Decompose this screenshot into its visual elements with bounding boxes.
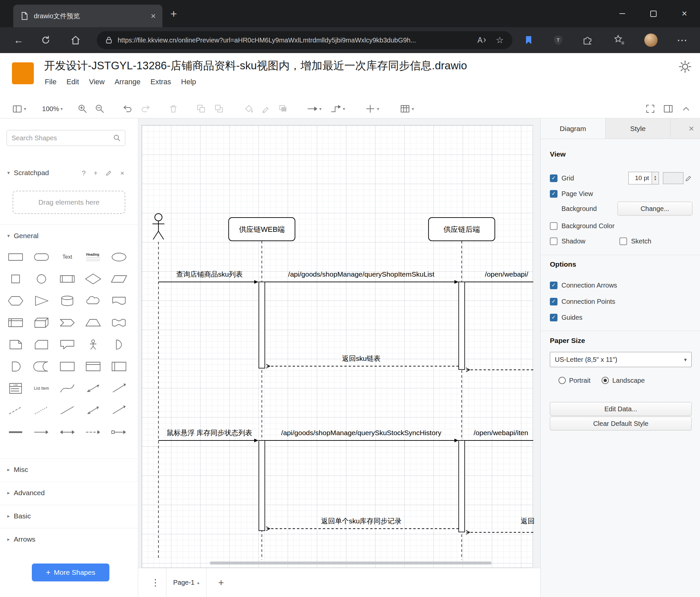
activation-backend-2[interactable]	[459, 440, 465, 532]
lifeline-backend-label[interactable]: 供应链后端	[444, 225, 480, 234]
zoom-out-button[interactable]	[95, 103, 105, 114]
shape-actor[interactable]	[80, 334, 106, 356]
add-page-button[interactable]: +	[213, 568, 229, 597]
shape-bidirectional-arrow[interactable]	[80, 378, 106, 399]
shape-text[interactable]: Text	[54, 246, 80, 268]
change-background-button[interactable]: Change...	[618, 202, 692, 216]
browser-tab[interactable]: drawio文件预览 ×	[13, 5, 162, 27]
horizontal-scrollbar[interactable]	[210, 562, 492, 565]
shape-rounded-rectangle[interactable]	[28, 246, 54, 268]
scratchpad-close-icon[interactable]: ×	[120, 169, 124, 176]
scratchpad-edit-icon[interactable]	[106, 169, 112, 176]
guides-checkbox[interactable]: ✓	[550, 314, 557, 321]
insert-button[interactable]: ▾	[365, 103, 379, 114]
shape-document[interactable]	[106, 290, 132, 312]
page-tab[interactable]: Page-1 ▴	[166, 568, 206, 597]
label-open-webapi-2[interactable]: /open/webapi/iten	[474, 429, 528, 436]
delete-button[interactable]	[168, 103, 179, 114]
shape-trapezoid[interactable]	[80, 312, 106, 334]
grid-color-swatch[interactable]	[663, 172, 683, 184]
shape-arrow-right[interactable]	[28, 421, 54, 443]
grid-size-spinner[interactable]: ▲▼	[652, 172, 659, 184]
shape-note[interactable]	[3, 334, 28, 356]
format-panel-close-icon[interactable]: ×	[689, 123, 694, 134]
format-panel-toggle-button[interactable]	[663, 103, 674, 114]
shape-bidirectional-connector[interactable]	[80, 399, 106, 421]
search-icon[interactable]	[113, 134, 121, 142]
to-back-button[interactable]	[214, 103, 224, 114]
back-button[interactable]: ←	[9, 27, 28, 53]
actor[interactable]	[152, 214, 165, 239]
tab-diagram[interactable]: Diagram	[541, 118, 605, 139]
grid-size-input[interactable]	[628, 172, 652, 184]
shape-arrow[interactable]	[106, 378, 132, 399]
view-panels-button[interactable]: ▾	[12, 103, 26, 114]
scratchpad-header[interactable]: ▾ Scratchpad ? + ×	[0, 165, 138, 181]
shape-circle[interactable]	[28, 268, 54, 290]
paper-size-select[interactable]: US-Letter (8,5" x 11") ▾	[550, 352, 692, 367]
portrait-radio[interactable]	[558, 377, 566, 384]
label-api-query-shop-item-sku-list[interactable]: /api/goods/shopManage/queryShopItemSkuLi…	[288, 270, 434, 278]
browser-menu-button[interactable]: ⋯	[673, 27, 691, 53]
favorites-hub-icon[interactable]	[614, 34, 625, 46]
read-aloud-icon[interactable]: A	[477, 36, 486, 45]
label-query-sku-list[interactable]: 查询店铺商品sku列表	[176, 270, 243, 278]
shape-callout[interactable]	[54, 334, 80, 356]
shape-or[interactable]	[106, 334, 132, 356]
section-advanced[interactable]: ▸Advanced	[0, 482, 138, 503]
menu-arrange[interactable]: Arrange	[115, 78, 141, 86]
label-return-single-sku-record[interactable]: 返回单个sku库存同步记录	[321, 517, 402, 525]
shape-link[interactable]	[3, 421, 28, 443]
canvas[interactable]: 供应链WEB端 供应链后端	[138, 118, 540, 568]
shape-step[interactable]	[54, 312, 80, 334]
shape-dashed-arrow[interactable]	[80, 421, 106, 443]
menu-help[interactable]: Help	[181, 78, 196, 86]
page-view-checkbox[interactable]: ✓	[550, 190, 557, 198]
section-general[interactable]: ▾ General	[0, 224, 138, 246]
menu-view[interactable]: View	[89, 78, 104, 86]
shape-dashed-line[interactable]	[3, 399, 28, 421]
redo-button[interactable]	[140, 103, 151, 114]
refresh-button[interactable]	[41, 35, 51, 45]
connection-button[interactable]: ▾	[306, 103, 322, 114]
shield-extension-icon[interactable]: T	[552, 34, 564, 46]
scratchpad-add-icon[interactable]: +	[94, 169, 97, 176]
menu-extras[interactable]: Extras	[150, 78, 171, 86]
home-button[interactable]	[70, 35, 81, 45]
label-api-query-sku-stock-sync-history[interactable]: /api/goods/shopManage/querySkuStockSyncH…	[281, 429, 442, 436]
shape-rectangle[interactable]	[3, 246, 28, 268]
shape-connector-with-symbol[interactable]	[106, 421, 132, 443]
scratchpad-help-icon[interactable]: ?	[82, 169, 86, 176]
label-return-partial[interactable]: 返回	[521, 517, 534, 525]
window-close-button[interactable]: ×	[669, 0, 700, 27]
menu-file[interactable]: File	[45, 78, 56, 86]
shape-line[interactable]	[54, 399, 80, 421]
section-arrows[interactable]: ▸Arrows	[0, 528, 138, 550]
shape-data-storage[interactable]	[28, 356, 54, 378]
shape-hexagon[interactable]	[3, 290, 28, 312]
lifeline-web-label[interactable]: 供应链WEB端	[239, 225, 285, 234]
grid-checkbox[interactable]: ✓	[550, 174, 557, 182]
new-tab-button[interactable]: +	[170, 0, 177, 27]
extensions-puzzle-icon[interactable]	[582, 34, 594, 46]
shape-curve[interactable]	[54, 378, 80, 399]
background-color-checkbox[interactable]	[550, 222, 557, 230]
address-bar[interactable]: https://file.kkview.cn/onlinePreview?url…	[97, 31, 512, 49]
shadow-button[interactable]	[277, 103, 288, 114]
shape-parallelogram[interactable]	[106, 268, 132, 290]
connection-arrows-checkbox[interactable]: ✓	[550, 282, 557, 289]
shape-card[interactable]	[28, 334, 54, 356]
label-return-sku-list[interactable]: 返回sku链表	[342, 355, 381, 362]
label-open-webapi-1[interactable]: /open/webapi/	[485, 270, 528, 278]
shape-internal-storage[interactable]	[3, 312, 28, 334]
zoom-in-button[interactable]	[77, 103, 88, 114]
shape-triangle[interactable]	[28, 290, 54, 312]
shape-and[interactable]	[3, 356, 28, 378]
menu-edit[interactable]: Edit	[66, 78, 79, 86]
shape-tape[interactable]	[106, 312, 132, 334]
zoom-select[interactable]: 100%▾	[42, 105, 62, 113]
fullscreen-button[interactable]	[645, 103, 656, 114]
waypoints-button[interactable]: ▾	[330, 103, 345, 114]
clear-default-style-button[interactable]: Clear Default Style	[550, 416, 692, 430]
line-color-button[interactable]	[260, 103, 271, 114]
